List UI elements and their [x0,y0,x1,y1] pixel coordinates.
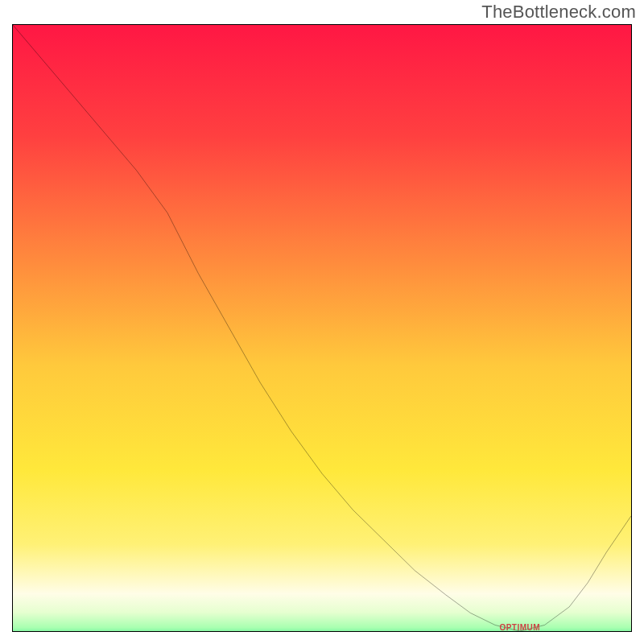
plot-area: OPTIMUM [12,24,632,632]
optimum-marker-label: OPTIMUM [499,623,540,632]
chart-container: TheBottleneck.com OPTIMUM [0,0,644,644]
watermark-text: TheBottleneck.com [481,2,636,23]
bottleneck-curve [13,25,631,631]
